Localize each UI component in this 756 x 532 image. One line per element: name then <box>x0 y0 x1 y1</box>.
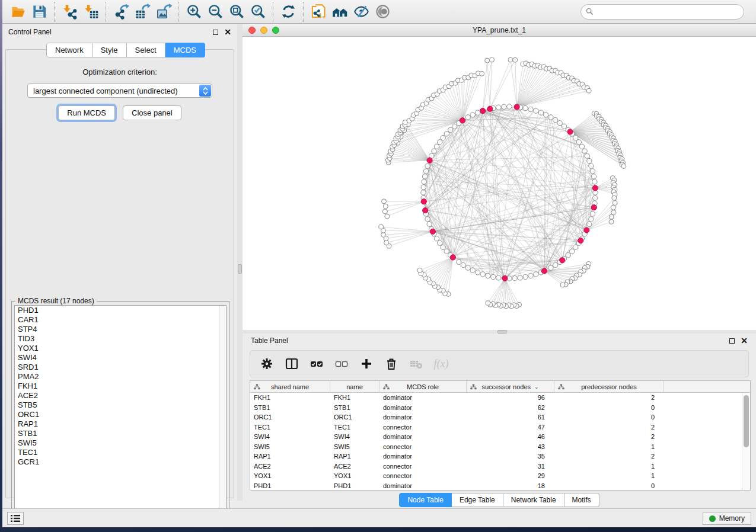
table-cell[interactable]: connector <box>379 442 467 452</box>
graph-node[interactable] <box>425 217 430 222</box>
table-cell[interactable]: SWI4 <box>330 432 379 442</box>
graph-node[interactable] <box>613 200 617 205</box>
column-header-predecessor-nodes[interactable]: predecessor nodes <box>554 381 664 392</box>
window-close-icon[interactable] <box>248 27 256 34</box>
graph-node[interactable] <box>421 190 426 195</box>
tab-node-table[interactable]: Node Table <box>399 493 452 507</box>
graph-node[interactable] <box>417 268 422 273</box>
task-history-button[interactable] <box>7 512 24 525</box>
graph-hub-node[interactable] <box>514 104 519 110</box>
graph-node[interactable] <box>480 272 485 277</box>
tab-mcds[interactable]: MCDS <box>165 43 205 57</box>
mcds-result-item[interactable]: STP4 <box>15 325 226 334</box>
table-cell[interactable]: 1 <box>554 442 664 452</box>
tab-style[interactable]: Style <box>92 43 127 57</box>
graph-node[interactable] <box>573 245 578 249</box>
table-cell[interactable]: 0 <box>554 412 664 422</box>
graph-node[interactable] <box>585 153 589 158</box>
graph-node[interactable] <box>560 283 565 287</box>
close-table-panel-icon[interactable]: ✕ <box>741 338 748 344</box>
table-cell[interactable]: dominator <box>379 412 467 422</box>
graph-node[interactable] <box>383 204 388 209</box>
mcds-result-item[interactable]: STB1 <box>15 429 226 438</box>
table-cell[interactable]: 96 <box>467 393 554 403</box>
table-cell[interactable]: 1 <box>554 462 664 472</box>
table-cell[interactable]: 2 <box>554 451 664 462</box>
graph-node[interactable] <box>422 174 427 179</box>
table-row[interactable]: YOX1YOX1connector291 <box>250 471 742 481</box>
graph-node[interactable] <box>508 57 513 62</box>
table-cell[interactable]: STB1 <box>250 403 330 413</box>
window-maximize-icon[interactable] <box>272 27 279 34</box>
table-cell[interactable]: YOX1 <box>250 471 330 481</box>
graph-node[interactable] <box>475 110 480 115</box>
graph-node[interactable] <box>557 120 562 125</box>
graph-node[interactable] <box>507 104 512 109</box>
zoom-selected-icon[interactable] <box>247 2 269 22</box>
network-graph-canvas[interactable] <box>243 37 756 330</box>
graph-node[interactable] <box>518 275 522 280</box>
table-cell[interactable]: TEC1 <box>330 422 379 432</box>
table-cell[interactable]: SWI4 <box>250 432 330 442</box>
float-panel-icon[interactable] <box>213 30 218 35</box>
table-cell[interactable]: STB1 <box>330 403 379 413</box>
mcds-result-item[interactable]: RAP1 <box>15 419 226 429</box>
table-cell[interactable]: connector <box>379 471 467 481</box>
graph-node[interactable] <box>523 105 528 110</box>
mcds-list-scrollbar[interactable] <box>219 306 226 518</box>
graph-node[interactable] <box>587 222 592 226</box>
graph-node[interactable] <box>548 115 553 120</box>
table-cell[interactable]: 46 <box>467 432 554 442</box>
table-cell[interactable]: 35 <box>467 451 554 462</box>
table-cell[interactable]: FKH1 <box>330 393 379 403</box>
graph-node[interactable] <box>544 113 548 117</box>
table-cell[interactable]: ORC1 <box>330 412 379 422</box>
column-header-MCDS-role[interactable]: MCDS role <box>379 381 467 392</box>
mcds-result-item[interactable]: CAR1 <box>15 315 226 325</box>
search-input[interactable] <box>594 6 744 18</box>
graph-node[interactable] <box>589 217 594 222</box>
refresh-layout-icon[interactable] <box>277 2 299 22</box>
table-scrollbar-thumb[interactable] <box>744 395 749 447</box>
graph-node[interactable] <box>486 273 490 278</box>
graph-hub-node[interactable] <box>567 129 573 134</box>
table-cell[interactable]: 47 <box>467 422 554 432</box>
table-cell[interactable]: RAP1 <box>250 451 330 462</box>
show-column-panel-icon[interactable] <box>283 355 300 372</box>
graph-node[interactable] <box>562 124 566 129</box>
graph-hub-node[interactable] <box>423 208 428 213</box>
graph-node[interactable] <box>502 104 506 109</box>
graph-node[interactable] <box>496 105 501 110</box>
save-icon[interactable] <box>28 2 50 22</box>
graph-node[interactable] <box>470 113 475 117</box>
graph-hub-node[interactable] <box>578 238 583 243</box>
graph-hub-node[interactable] <box>480 108 486 113</box>
table-cell[interactable]: ACE2 <box>250 462 330 472</box>
graph-node[interactable] <box>437 241 442 245</box>
float-table-panel-icon[interactable] <box>729 338 735 344</box>
delete-table-icon[interactable] <box>408 355 425 372</box>
graph-node[interactable] <box>475 270 480 275</box>
graph-node[interactable] <box>437 140 442 145</box>
graph-node[interactable] <box>422 180 426 184</box>
graph-node[interactable] <box>573 135 578 140</box>
table-cell[interactable]: dominator <box>379 393 467 403</box>
graph-hub-node[interactable] <box>591 205 596 210</box>
table-cell[interactable]: 61 <box>467 412 554 422</box>
mcds-result-item[interactable]: ACE2 <box>15 391 226 400</box>
graph-node[interactable] <box>566 253 570 258</box>
tab-motifs[interactable]: Motifs <box>564 493 599 507</box>
hide-graphics-details-icon[interactable] <box>350 2 372 22</box>
export-table-icon[interactable] <box>132 2 153 22</box>
table-cell[interactable]: 31 <box>467 462 554 472</box>
graph-node[interactable] <box>621 164 626 168</box>
graph-node[interactable] <box>528 107 533 111</box>
graph-node[interactable] <box>586 88 591 93</box>
graph-node[interactable] <box>553 262 557 267</box>
graph-node[interactable] <box>548 265 553 270</box>
memory-button[interactable]: Memory <box>703 512 751 525</box>
table-cell[interactable]: ORC1 <box>250 412 330 422</box>
graph-node[interactable] <box>432 149 436 153</box>
graph-node[interactable] <box>534 108 538 113</box>
graph-node[interactable] <box>512 276 517 281</box>
